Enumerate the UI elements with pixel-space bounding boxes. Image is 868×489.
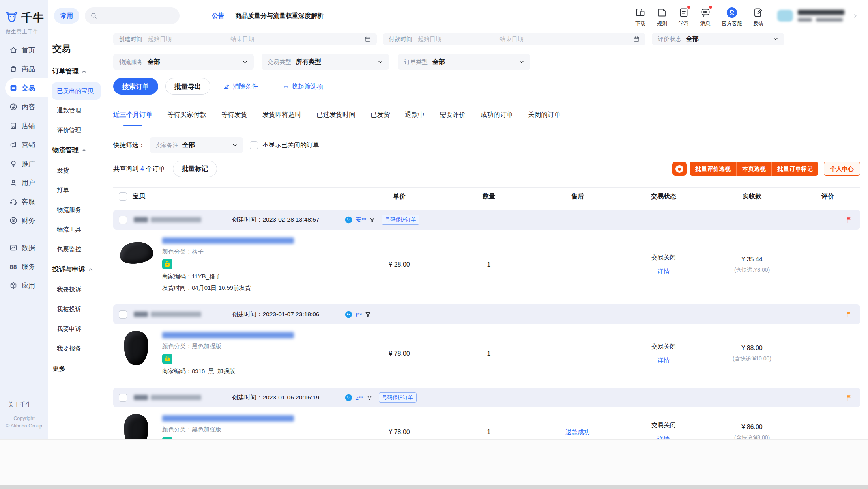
flag-icon-orange[interactable] <box>846 311 853 318</box>
tab-已发货[interactable]: 已发货 <box>370 110 390 126</box>
tab-关闭的订单[interactable]: 关闭的订单 <box>528 110 561 126</box>
logistics-service-select[interactable]: 物流服务 全部 <box>113 54 254 70</box>
submenu-item-发货[interactable]: 发货 <box>48 161 104 180</box>
trade-type-select[interactable]: 交易类型 所有类型 <box>262 54 389 70</box>
tab-等待发货[interactable]: 等待发货 <box>221 110 247 126</box>
submenu-item-已卖出的宝贝[interactable]: 已卖出的宝贝 <box>52 82 101 100</box>
detail-link[interactable]: 详情 <box>658 435 670 440</box>
sidebar-item-customer-service[interactable]: 客服 <box>0 192 48 211</box>
order-checkbox[interactable] <box>119 216 127 224</box>
product-title-redacted[interactable] <box>162 415 294 422</box>
search-orders-button[interactable]: 搜索订单 <box>113 78 158 95</box>
tab-成功的订单[interactable]: 成功的订单 <box>481 110 513 126</box>
hide-closed-checkbox[interactable] <box>250 141 258 149</box>
select-all-checkbox[interactable] <box>119 192 127 201</box>
tab-发货即将超时[interactable]: 发货即将超时 <box>262 110 301 126</box>
sidebar-item-data[interactable]: 数据 <box>0 238 48 257</box>
submenu-item-退款管理[interactable]: 退款管理 <box>48 101 104 120</box>
submenu-item-包裹监控[interactable]: 包裹监控 <box>48 239 104 259</box>
perspective-button-本页透视[interactable]: 本页透视 <box>737 162 772 176</box>
order-checkbox[interactable] <box>119 394 127 402</box>
pay-end-placeholder[interactable]: 结束日期 <box>500 35 586 43</box>
review-status-select[interactable]: 评价状态 全部 <box>652 33 784 45</box>
calendar-icon[interactable] <box>364 35 371 43</box>
submenu-item-物流服务[interactable]: 物流服务 <box>48 200 104 220</box>
batch-mark-button[interactable]: 批量标记 <box>173 161 217 177</box>
created-time-range[interactable]: 创建时间 起始日期 – 结束日期 <box>113 33 377 45</box>
wangwang-icon[interactable] <box>344 310 353 319</box>
perspective-button-批量评价透视[interactable]: 批量评价透视 <box>690 162 737 176</box>
sidebar-item-apps[interactable]: 应用 <box>0 276 48 295</box>
about-link[interactable]: 关于千牛 <box>0 401 48 409</box>
flag-icon-red[interactable] <box>846 216 853 224</box>
tab-近三个月订单[interactable]: 近三个月订单 <box>113 110 152 126</box>
sidebar-item-goods[interactable]: 商品 <box>0 60 48 78</box>
taobao-item-icon[interactable] <box>162 259 172 269</box>
submenu-item-打单[interactable]: 打单 <box>48 180 104 200</box>
product-image[interactable] <box>119 236 154 271</box>
filter-funnel-icon[interactable] <box>365 311 371 318</box>
wangwang-icon[interactable] <box>344 394 353 402</box>
buyer-nickname[interactable]: 安** <box>355 216 366 224</box>
buyer-nickname[interactable]: z** <box>355 394 363 401</box>
sidebar-item-content[interactable]: 内容 <box>0 97 48 116</box>
product-image[interactable] <box>119 414 154 440</box>
submenu-group-投诉与申诉[interactable]: 投诉与申诉 <box>48 259 104 280</box>
collapse-filters-link[interactable]: 收起筛选项 <box>283 82 323 91</box>
filter-funnel-icon[interactable] <box>366 394 373 401</box>
tab-等待买家付款[interactable]: 等待买家付款 <box>167 110 206 126</box>
aftersale-cell[interactable]: 退款成功 <box>537 428 619 437</box>
topbar-action-download[interactable]: 下载 <box>635 5 646 27</box>
calendar-icon[interactable] <box>633 35 640 43</box>
personal-center-button[interactable]: 个人中心 <box>824 162 860 176</box>
batch-export-button[interactable]: 批量导出 <box>165 78 210 95</box>
product-title-redacted[interactable] <box>162 332 294 338</box>
sidebar-item-promotion[interactable]: 推广 <box>0 154 48 173</box>
tab-退款中[interactable]: 退款中 <box>405 110 425 126</box>
clear-filters-link[interactable]: 清除条件 <box>223 82 258 91</box>
account-profile[interactable] <box>777 10 844 22</box>
pay-time-range[interactable]: 付款时间 起始日期 – 结束日期 <box>383 33 645 45</box>
product-image[interactable] <box>119 330 154 366</box>
taobao-item-icon[interactable] <box>162 437 172 440</box>
tab-需要评价[interactable]: 需要评价 <box>440 110 466 126</box>
flag-icon-orange[interactable] <box>846 394 853 401</box>
submenu-item-评价管理[interactable]: 评价管理 <box>48 120 104 140</box>
wangwang-icon[interactable] <box>344 216 353 224</box>
sidebar-item-trade[interactable]: 交易 <box>5 78 48 97</box>
announcement-label[interactable]: 公告 <box>212 12 224 20</box>
topbar-action-learn[interactable]: 学习 <box>678 5 689 27</box>
submenu-group-物流管理[interactable]: 物流管理 <box>48 140 104 161</box>
submenu-item-我要报备[interactable]: 我要报备 <box>48 339 104 358</box>
plugin-mascot-icon[interactable] <box>672 162 687 176</box>
submenu-item-我要投诉[interactable]: 我要投诉 <box>48 280 104 299</box>
order-checkbox[interactable] <box>119 310 127 319</box>
sidebar-item-marketing[interactable]: 营销 <box>0 135 48 154</box>
submenu-group-订单管理[interactable]: 订单管理 <box>48 61 104 82</box>
filter-funnel-icon[interactable] <box>369 217 376 223</box>
announcement-title[interactable]: 商品质量分与流量权重深度解析 <box>235 12 324 20</box>
pay-start-placeholder[interactable]: 起始日期 <box>418 35 441 43</box>
submenu-group-更多[interactable]: 更多 <box>48 358 104 379</box>
global-search[interactable] <box>85 7 180 24</box>
panel-toggle-icon[interactable] <box>852 13 859 19</box>
quick-access-button[interactable]: 常用 <box>54 8 79 24</box>
topbar-action-rules[interactable]: 规则 <box>657 5 668 27</box>
product-title-redacted[interactable] <box>162 237 294 244</box>
app-logo[interactable]: 千牛 <box>0 0 48 25</box>
submenu-item-我被投诉[interactable]: 我被投诉 <box>48 299 104 319</box>
detail-link[interactable]: 详情 <box>658 267 670 276</box>
detail-link[interactable]: 详情 <box>658 356 670 365</box>
created-start-placeholder[interactable]: 起始日期 <box>148 35 172 43</box>
sidebar-item-shop[interactable]: 店铺 <box>0 116 48 135</box>
submenu-item-物流工具[interactable]: 物流工具 <box>48 220 104 239</box>
seller-remark-select[interactable]: 卖家备注 全部 <box>150 137 243 153</box>
sidebar-item-services[interactable]: 88服务 <box>0 257 48 276</box>
buyer-nickname[interactable]: t** <box>355 311 362 318</box>
search-input[interactable] <box>101 12 174 20</box>
tab-已过发货时间[interactable]: 已过发货时间 <box>316 110 355 126</box>
sidebar-item-finance[interactable]: 财务 <box>0 211 48 230</box>
created-end-placeholder[interactable]: 结束日期 <box>230 35 316 43</box>
perspective-button-批量订单标记[interactable]: 批量订单标记 <box>772 162 818 176</box>
taobao-item-icon[interactable] <box>162 354 172 364</box>
